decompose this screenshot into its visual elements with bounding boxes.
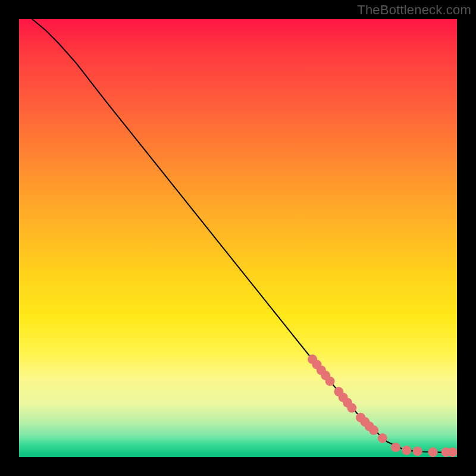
data-marker [391, 443, 400, 452]
data-marker [428, 447, 438, 457]
chart-frame: TheBottleneck.com [0, 0, 476, 476]
data-marker [347, 403, 356, 413]
data-marker [413, 446, 422, 456]
data-marker [378, 433, 387, 443]
data-marker [402, 446, 411, 455]
data-marker [325, 377, 335, 386]
curve-line [32, 19, 453, 452]
data-marker [369, 425, 378, 435]
chart-svg [19, 19, 457, 457]
watermark-text: TheBottleneck.com [357, 2, 471, 18]
plot-area [19, 19, 457, 457]
data-marker [448, 447, 457, 457]
